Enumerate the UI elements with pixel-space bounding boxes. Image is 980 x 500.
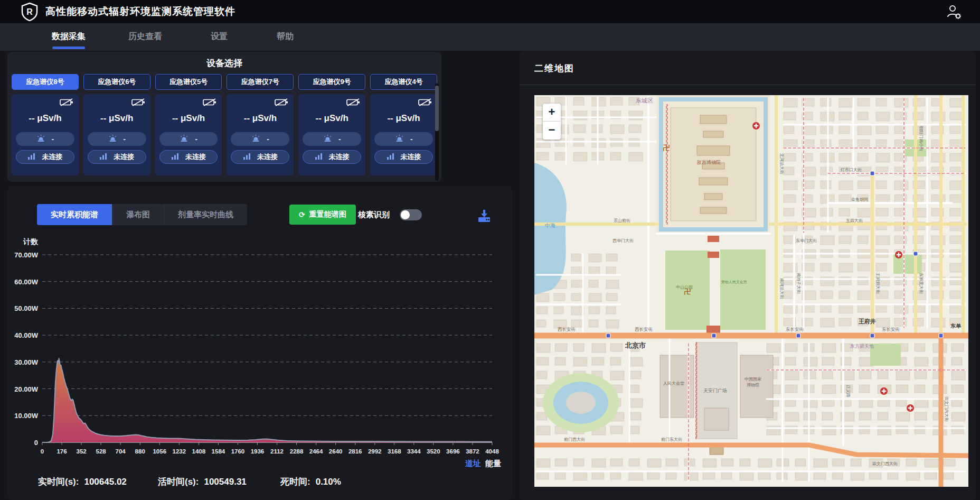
svg-text:南池子大街: 南池子大街	[796, 273, 801, 294]
svg-text:704: 704	[116, 448, 126, 455]
svg-text:1408: 1408	[192, 448, 206, 455]
alarm-value: -	[124, 135, 126, 143]
reset-button-label: 重置能谱图	[309, 210, 346, 219]
device-card-1[interactable]: -- μSv/h-未连接	[12, 94, 79, 175]
zoom-out-button[interactable]: −	[543, 122, 561, 140]
hospital-marker	[752, 122, 760, 129]
nav-tab-label: 历史查看	[128, 32, 162, 41]
svg-text:西长安街: 西长安街	[558, 327, 576, 332]
alarm-value: -	[267, 135, 269, 143]
axis-link-1[interactable]: 道址	[465, 459, 481, 469]
svg-text:352: 352	[76, 448, 86, 455]
alarm-pill: -	[88, 132, 146, 146]
svg-text:五四大街: 五四大街	[846, 218, 863, 223]
device-panel-title: 设备选择	[7, 57, 441, 69]
nav-tab-label: 数据采集	[52, 32, 86, 41]
device-select-button-2[interactable]: 应急谱仪6号	[83, 74, 150, 90]
zoom-in-button[interactable]: +	[543, 104, 561, 122]
hospital-marker	[895, 251, 902, 258]
user-settings-icon[interactable]	[945, 3, 962, 20]
svg-text:中山公园: 中山公园	[676, 285, 693, 290]
app-title: 高性能移动式辐射环境监测系统管理软件	[45, 0, 235, 23]
active-tab-underline	[52, 47, 85, 49]
svg-text:人民大会堂: 人民大会堂	[663, 381, 684, 386]
nav-bar: 数据采集历史查看设置帮助	[0, 23, 980, 51]
axis-link-2[interactable]: 能量	[485, 459, 501, 469]
chart-tab-1[interactable]: 实时累积能谱	[37, 204, 112, 225]
nav-tab-4[interactable]: 帮助	[253, 23, 317, 51]
nav-tab-label: 设置	[211, 32, 228, 41]
connection-status: 未连接	[329, 152, 350, 162]
device-select-button-4[interactable]: 应急谱仪7号	[227, 74, 294, 90]
alarm-siren-icon	[395, 134, 404, 144]
chart-tab-group: 实时累积能谱瀑布图剂量率实时曲线	[37, 204, 247, 225]
svg-text:176: 176	[56, 448, 67, 455]
device-card-row: -- μSv/h-未连接-- μSv/h-未连接-- μSv/h-未连接-- μ…	[12, 94, 437, 175]
dose-rate-value: -- μSv/h	[12, 113, 79, 124]
map-panel: 二维地图 卍卍东城区中海北京市西长安街西长安街东长安街东长安街东华门大街西华门大…	[520, 51, 976, 500]
connection-status: 未连接	[42, 152, 62, 162]
svg-text:正义路: 正义路	[846, 385, 851, 397]
hospital-marker	[907, 404, 914, 412]
battery-disconnected-icon	[203, 98, 216, 108]
signal-bars-icon	[315, 153, 323, 162]
device-select-button-6[interactable]: 应急谱仪4号	[370, 74, 437, 90]
svg-text:前门西大街: 前门西大街	[564, 437, 585, 442]
connection-pill: 未连接	[16, 150, 74, 164]
signal-bars-icon	[27, 153, 35, 162]
device-select-button-3[interactable]: 应急谱仪5号	[155, 74, 222, 90]
spectrum-chart[interactable]: 70.00W60.00W50.00W40.00W30.00W20.00W10.0…	[11, 234, 507, 461]
device-button-row: 应急谱仪8号应急谱仪6号应急谱仪5号应急谱仪7号应急谱仪9号应急谱仪4号	[12, 74, 437, 90]
connection-pill: 未连接	[374, 150, 433, 164]
metro-station-marker	[606, 334, 610, 338]
toggle-knob	[401, 210, 410, 219]
device-select-button-5[interactable]: 应急谱仪9号	[298, 74, 365, 90]
battery-disconnected-icon	[131, 98, 145, 108]
map-frame: 卍卍东城区中海北京市西长安街西长安街东长安街东长安街东华门大街西华门大街五四大街…	[534, 95, 968, 487]
svg-text:1760: 1760	[231, 448, 245, 455]
svg-text:3696: 3696	[446, 448, 460, 455]
battery-disconnected-icon	[275, 98, 288, 108]
device-card-6[interactable]: -- μSv/h-未连接	[370, 94, 437, 175]
signal-bars-icon	[99, 153, 107, 162]
svg-text:王府井大街: 王府井大街	[875, 272, 880, 294]
chart-tab-3[interactable]: 剂量率实时曲线	[164, 204, 247, 225]
connection-pill: 未连接	[231, 150, 289, 164]
svg-text:王府井: 王府井	[858, 318, 876, 325]
acquisition-stats: 实时间(s): 100645.02 活时间(s): 100549.31 死时间:…	[7, 476, 512, 492]
svg-text:880: 880	[135, 448, 145, 455]
svg-text:R: R	[26, 7, 33, 16]
nav-tab-1[interactable]: 数据采集	[37, 23, 100, 51]
svg-text:60.00W: 60.00W	[14, 278, 39, 286]
chart-tab-2[interactable]: 瀑布图	[112, 204, 164, 225]
svg-text:3344: 3344	[407, 448, 421, 455]
svg-text:0: 0	[34, 439, 38, 447]
nav-tab-3[interactable]: 设置	[187, 23, 251, 51]
device-scrollbar-thumb[interactable]	[435, 86, 439, 131]
svg-text:劳动人民文化宫: 劳动人民文化宫	[721, 280, 747, 284]
nav-tab-label: 帮助	[277, 32, 294, 41]
alarm-siren-icon	[251, 134, 260, 144]
device-select-button-1[interactable]: 应急谱仪8号	[12, 74, 79, 90]
svg-text:50.00W: 50.00W	[14, 304, 39, 312]
map-canvas[interactable]: 卍卍东城区中海北京市西长安街西长安街东长安街东长安街东华门大街西华门大街五四大街…	[534, 95, 968, 487]
app-window: R 高性能移动式辐射环境监测系统管理软件 数据采集历史查看设置帮助 设备选择 应…	[0, 0, 980, 500]
download-icon[interactable]	[476, 208, 492, 224]
device-card-3[interactable]: -- μSv/h-未连接	[155, 94, 222, 175]
connection-pill: 未连接	[159, 150, 218, 164]
dose-rate-value: -- μSv/h	[83, 113, 150, 124]
reset-spectrum-button[interactable]: ⟳ 重置能谱图	[289, 205, 356, 225]
device-card-4[interactable]: -- μSv/h-未连接	[227, 94, 294, 175]
connection-status: 未连接	[185, 152, 206, 162]
device-scrollbar[interactable]	[435, 84, 439, 181]
svg-text:西华门大街: 西华门大街	[612, 238, 634, 243]
device-card-5[interactable]: -- μSv/h-未连接	[298, 94, 365, 175]
device-card-2[interactable]: -- μSv/h-未连接	[83, 94, 150, 175]
nuclide-id-toggle[interactable]	[400, 209, 422, 220]
hospital-marker	[880, 387, 888, 395]
signal-bars-icon	[243, 153, 251, 162]
svg-text:1936: 1936	[251, 448, 265, 455]
nav-tab-2[interactable]: 历史查看	[114, 23, 177, 51]
svg-text:金鱼胡同: 金鱼胡同	[851, 197, 868, 202]
alarm-value: -	[195, 135, 197, 143]
